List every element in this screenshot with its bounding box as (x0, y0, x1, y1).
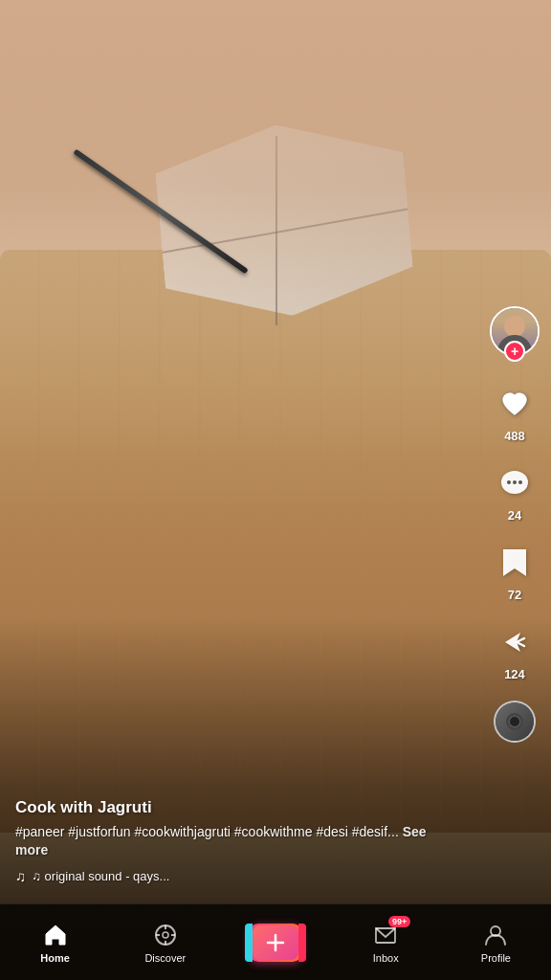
music-title: ♫ original sound - qays... (32, 869, 169, 883)
svg-point-5 (163, 932, 168, 938)
home-label: Home (40, 952, 70, 964)
music-disc[interactable] (494, 701, 536, 743)
inbox-label: Inbox (373, 952, 399, 964)
share-count: 124 (504, 667, 525, 681)
like-action[interactable]: 488 (494, 383, 536, 443)
inbox-icon: 99+ (372, 922, 399, 948)
svg-point-2 (513, 480, 517, 484)
like-count: 488 (504, 429, 525, 443)
creator-avatar-container[interactable]: + (490, 306, 540, 356)
hand-overlay (0, 0, 551, 458)
nav-discover[interactable]: Discover (110, 922, 220, 964)
share-button[interactable] (494, 621, 536, 663)
nav-home[interactable]: Home (0, 922, 110, 964)
bottom-nav: Home Discover (0, 903, 551, 980)
music-info[interactable]: ♫ ♫ original sound - qays... (15, 868, 459, 884)
comment-button[interactable] (494, 462, 536, 504)
create-button[interactable] (249, 924, 302, 962)
svg-point-1 (507, 480, 511, 484)
inbox-badge: 99+ (388, 916, 410, 927)
music-avatar[interactable] (494, 701, 536, 743)
profile-label: Profile (481, 952, 511, 964)
svg-point-3 (518, 480, 522, 484)
nav-profile[interactable]: Profile (441, 922, 551, 964)
comment-count: 24 (508, 508, 521, 523)
discover-icon (152, 922, 179, 948)
bookmark-action[interactable]: 72 (494, 542, 536, 602)
nav-create[interactable] (220, 924, 330, 962)
profile-icon (482, 922, 509, 948)
follow-button[interactable]: + (504, 341, 525, 362)
share-action[interactable]: 124 (494, 621, 536, 681)
comment-action[interactable]: 24 (494, 462, 536, 523)
like-button[interactable] (494, 383, 536, 425)
music-note-icon: ♫ (15, 868, 26, 884)
video-description: #paneer #justforfun #cookwithjagruti #co… (15, 823, 459, 860)
bookmark-count: 72 (508, 588, 521, 602)
home-icon (42, 922, 69, 948)
nav-inbox[interactable]: 99+ Inbox (331, 922, 441, 964)
video-info: Cook with Jagruti #paneer #justforfun #c… (0, 798, 474, 903)
creator-name: Cook with Jagruti (15, 798, 459, 817)
sidebar-actions: + 488 24 72 (490, 306, 540, 743)
bookmark-button[interactable] (494, 542, 536, 584)
discover-label: Discover (144, 952, 186, 964)
